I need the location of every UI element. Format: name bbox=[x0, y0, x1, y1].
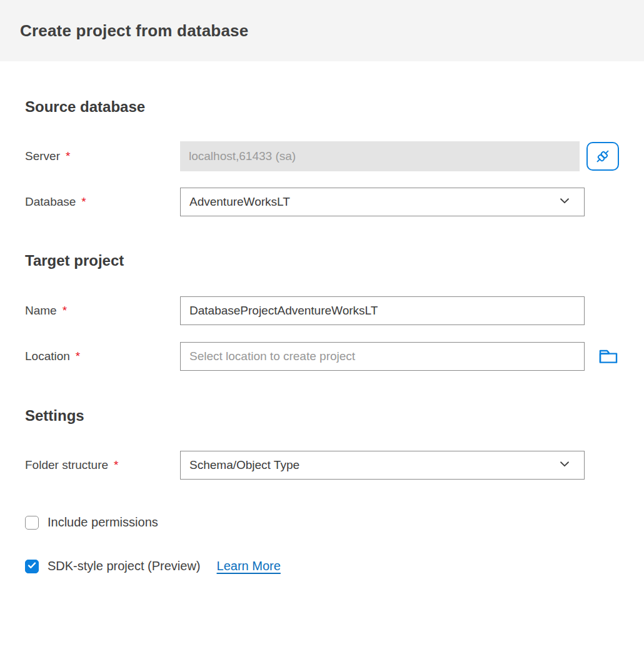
project-name-input[interactable] bbox=[180, 296, 585, 325]
sdk-style-project-label: SDK-style project (Preview) bbox=[48, 559, 201, 573]
folder-structure-field-row: Folder structure* Schema/Object Type bbox=[25, 451, 619, 480]
required-asterisk: * bbox=[114, 458, 118, 471]
database-dropdown-value: AdventureWorksLT bbox=[189, 195, 290, 209]
change-connection-button[interactable] bbox=[586, 142, 619, 171]
name-field-row: Name* bbox=[25, 296, 619, 325]
name-label: Name* bbox=[25, 304, 180, 318]
location-input[interactable] bbox=[180, 342, 585, 371]
database-dropdown[interactable]: AdventureWorksLT bbox=[180, 188, 585, 216]
folder-structure-label: Folder structure* bbox=[25, 458, 180, 472]
dialog-title: Create project from database bbox=[20, 21, 248, 41]
location-label: Location* bbox=[25, 350, 180, 363]
plug-icon bbox=[594, 148, 611, 165]
include-permissions-label: Include permissions bbox=[48, 515, 158, 530]
chevron-down-icon bbox=[558, 457, 571, 474]
include-permissions-row: Include permissions bbox=[25, 515, 619, 530]
section-heading-source-database: Source database bbox=[25, 98, 619, 116]
chevron-down-icon bbox=[558, 194, 571, 211]
learn-more-link[interactable]: Learn More bbox=[217, 559, 281, 573]
database-field-row: Database* AdventureWorksLT bbox=[25, 188, 619, 216]
server-field-row: Server* bbox=[25, 141, 619, 171]
location-field-row: Location* bbox=[25, 342, 619, 371]
check-icon bbox=[27, 560, 37, 573]
browse-folder-button[interactable] bbox=[598, 346, 619, 367]
required-asterisk: * bbox=[76, 350, 80, 363]
server-label: Server* bbox=[25, 149, 180, 163]
folder-structure-dropdown-value: Schema/Object Type bbox=[189, 458, 299, 472]
server-input bbox=[180, 141, 580, 171]
required-asterisk: * bbox=[66, 149, 70, 163]
dialog-header: Create project from database bbox=[0, 0, 644, 61]
required-asterisk: * bbox=[63, 304, 67, 317]
sdk-style-project-checkbox[interactable] bbox=[25, 560, 39, 573]
section-heading-settings: Settings bbox=[25, 406, 619, 425]
dialog-body: Source database Server* Database* Advent… bbox=[0, 98, 644, 573]
section-heading-target-project: Target project bbox=[25, 251, 619, 270]
sdk-style-project-row: SDK-style project (Preview) Learn More bbox=[25, 559, 619, 573]
include-permissions-checkbox[interactable] bbox=[25, 516, 39, 530]
folder-structure-dropdown[interactable]: Schema/Object Type bbox=[180, 451, 585, 480]
folder-icon bbox=[598, 346, 619, 366]
required-asterisk: * bbox=[81, 195, 86, 208]
database-label: Database* bbox=[25, 195, 180, 209]
